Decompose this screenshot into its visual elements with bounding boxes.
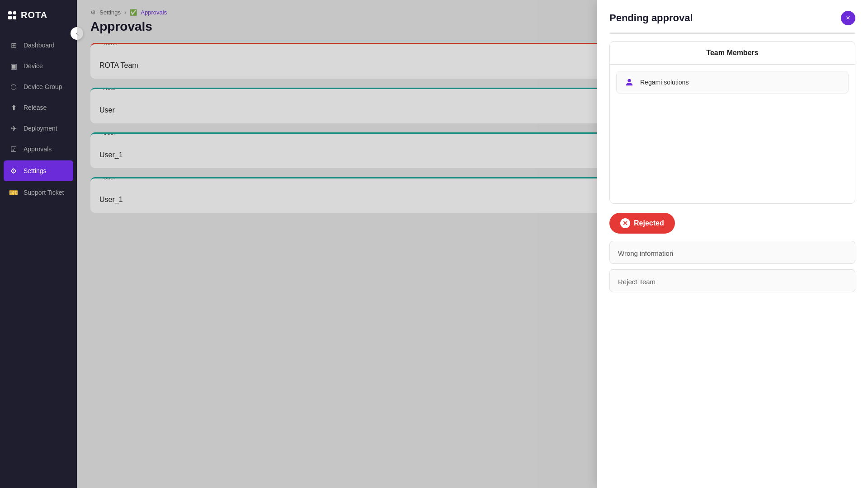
sidebar-item-label: Support Ticket [24, 189, 64, 196]
member-name: Regami solutions [640, 79, 689, 86]
info-table-header [610, 33, 855, 33]
team-members-list: Regami solutions [610, 65, 855, 100]
device-group-icon: ⬡ [9, 82, 18, 91]
release-icon: ⬆ [9, 103, 18, 112]
sidebar-item-settings[interactable]: ⚙ Settings [4, 160, 73, 181]
team-member-item: Regami solutions [616, 71, 849, 94]
sidebar-item-label: Approvals [24, 145, 52, 153]
sidebar-item-device[interactable]: ▣ Device [0, 56, 77, 76]
team-members-title: Team Members [610, 42, 855, 65]
sidebar-item-label: Dashboard [24, 42, 55, 49]
sidebar-item-support[interactable]: 🎫 Support Ticket [0, 182, 77, 203]
wrong-info-value: Wrong information [618, 249, 673, 257]
app-name: ROTA [21, 10, 47, 20]
rejected-button-label: Rejected [634, 219, 664, 227]
info-table [609, 33, 855, 34]
modal-close-button[interactable]: × [841, 11, 855, 25]
wrong-information-field: Wrong information [609, 241, 855, 264]
modal-header: Pending approval × [597, 0, 868, 33]
sidebar-item-approvals[interactable]: ☑ Approvals [0, 139, 77, 160]
rejected-x-icon: ✕ [620, 218, 630, 228]
reject-team-value: Reject Team [618, 278, 656, 286]
sidebar-item-deployment[interactable]: ✈ Deployment [0, 118, 77, 139]
sidebar: ROTA ‹ ⊞ Dashboard ▣ Device ⬡ Device Gro… [0, 0, 77, 488]
modal-panel: Pending approval × Team Members [597, 0, 868, 488]
approvals-icon: ☑ [9, 145, 18, 154]
sidebar-item-release[interactable]: ⬆ Release [0, 97, 77, 118]
sidebar-item-dashboard[interactable]: ⊞ Dashboard [0, 35, 77, 56]
sidebar-item-label: Settings [24, 167, 47, 174]
settings-icon: ⚙ [9, 166, 18, 175]
grid-icon [8, 11, 16, 19]
support-icon: 🎫 [9, 188, 18, 197]
team-members-box: Team Members Regami solutions [609, 41, 855, 204]
sidebar-nav: ⊞ Dashboard ▣ Device ⬡ Device Group ⬆ Re… [0, 30, 77, 488]
sidebar-item-label: Release [24, 104, 47, 111]
reject-team-field: Reject Team [609, 269, 855, 292]
svg-point-0 [627, 79, 631, 82]
sidebar-item-device-group[interactable]: ⬡ Device Group [0, 76, 77, 97]
close-icon: × [846, 14, 850, 22]
member-avatar-icon [623, 76, 636, 89]
device-icon: ▣ [9, 61, 18, 70]
dashboard-icon: ⊞ [9, 41, 18, 50]
deployment-icon: ✈ [9, 124, 18, 133]
sidebar-item-label: Deployment [24, 125, 57, 132]
app-logo: ROTA [0, 0, 77, 30]
sidebar-item-label: Device [24, 62, 43, 70]
rejected-button[interactable]: ✕ Rejected [609, 213, 675, 234]
rejected-section: ✕ Rejected [597, 213, 868, 241]
modal-title: Pending approval [609, 12, 693, 24]
sidebar-item-label: Device Group [24, 83, 62, 90]
